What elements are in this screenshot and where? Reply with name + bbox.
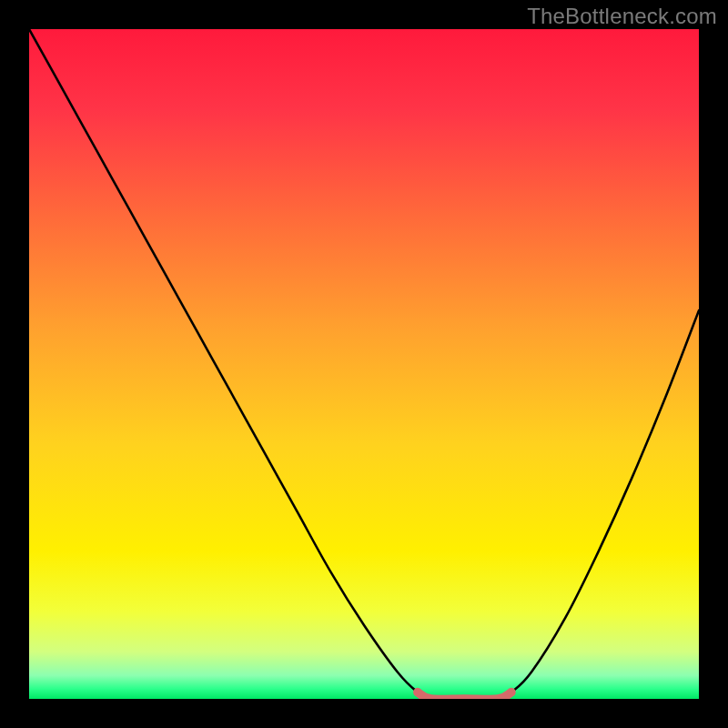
optimal-range-marker-path (418, 693, 511, 699)
chart-svg (29, 29, 699, 699)
watermark-text: TheBottleneck.com (527, 4, 717, 29)
chart-frame: TheBottleneck.com (0, 0, 728, 728)
plot-area (29, 29, 699, 699)
bottleneck-curve-path (29, 29, 699, 699)
